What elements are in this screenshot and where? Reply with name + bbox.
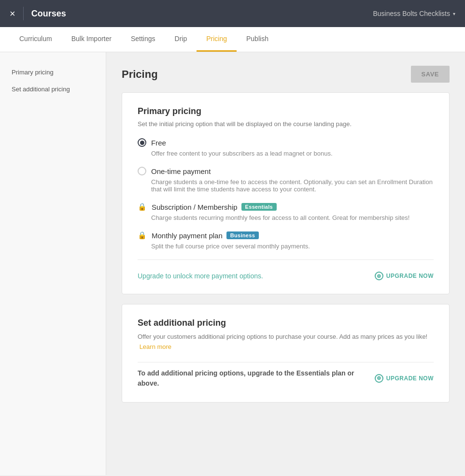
pricing-option-subscription-label: Subscription / Membership Essentials: [152, 203, 277, 211]
pricing-option-subscription-desc: Charge students recurring monthly fees f…: [151, 214, 434, 221]
additional-desc-text: Offer your customers additional pricing …: [138, 333, 427, 340]
workspace-selector[interactable]: Business Bolts Checklists ▾: [373, 10, 455, 17]
additional-upgrade-row: To add additional pricing options, upgra…: [138, 362, 434, 389]
sidebar: Primary pricing Set additional pricing: [0, 52, 106, 475]
monthly-label-text: Monthly payment plan: [152, 231, 223, 240]
workspace-name: Business Bolts Checklists: [373, 10, 450, 17]
pricing-option-free-label: Free: [151, 139, 166, 147]
app-title: Courses: [31, 9, 366, 19]
additional-pricing-desc: Offer your customers additional pricing …: [138, 332, 434, 352]
additional-pricing-title: Set additional pricing: [138, 318, 434, 328]
radio-one-time[interactable]: [138, 167, 146, 175]
page-layout: Primary pricing Set additional pricing P…: [0, 52, 465, 475]
additional-pricing-card: Set additional pricing Offer your custom…: [122, 304, 450, 403]
upgrade-now-link[interactable]: ⊕ UPGRADE NOW: [375, 272, 434, 280]
pricing-option-monthly: 🔒 Monthly payment plan Business Split th…: [138, 231, 434, 250]
header-divider: [23, 7, 24, 20]
additional-upgrade-now-label: UPGRADE NOW: [386, 375, 434, 382]
pricing-option-free[interactable]: Free Offer free content to your subscrib…: [138, 138, 434, 157]
pricing-option-monthly-header: 🔒 Monthly payment plan Business: [138, 231, 434, 240]
tab-bulk-importer[interactable]: Bulk Importer: [62, 27, 121, 52]
tab-settings[interactable]: Settings: [121, 27, 165, 52]
pricing-option-free-header: Free: [138, 138, 434, 147]
close-icon[interactable]: ×: [10, 9, 15, 18]
main-content: Pricing SAVE Primary pricing Set the ini…: [106, 52, 465, 475]
pricing-option-one-time-desc: Charge students a one-time fee to access…: [151, 178, 434, 193]
pricing-option-monthly-desc: Split the full course price over several…: [151, 243, 434, 250]
learn-more-link[interactable]: Learn more: [140, 343, 171, 350]
upgrade-text: Upgrade to unlock more payment options.: [138, 272, 263, 280]
pricing-option-free-desc: Offer free content to your subscribers a…: [151, 150, 434, 157]
sidebar-item-set-additional-pricing[interactable]: Set additional pricing: [0, 81, 106, 98]
pricing-option-one-time-header: One-time payment: [138, 167, 434, 175]
pricing-option-subscription: 🔒 Subscription / Membership Essentials C…: [138, 202, 434, 221]
card-divider: [138, 260, 434, 260]
upgrade-now-label: UPGRADE NOW: [386, 273, 434, 279]
additional-upgrade-text: To add additional pricing options, upgra…: [138, 368, 369, 389]
page-title: Pricing: [122, 68, 158, 81]
badge-essentials: Essentials: [241, 203, 277, 211]
upgrade-row: Upgrade to unlock more payment options. …: [138, 268, 434, 280]
subscription-label-text: Subscription / Membership: [152, 203, 238, 211]
sidebar-item-primary-pricing[interactable]: Primary pricing: [0, 64, 106, 81]
tab-curriculum[interactable]: Curriculum: [10, 27, 62, 52]
additional-upgrade-now-link[interactable]: ⊕ UPGRADE NOW: [375, 374, 434, 383]
radio-free[interactable]: [138, 138, 146, 147]
tab-pricing[interactable]: Pricing: [197, 27, 237, 52]
save-button[interactable]: SAVE: [411, 66, 450, 83]
chevron-down-icon: ▾: [453, 11, 455, 16]
primary-pricing-card: Primary pricing Set the initial pricing …: [122, 92, 450, 294]
upgrade-circle-icon: ⊕: [375, 272, 383, 280]
primary-pricing-title: Primary pricing: [138, 106, 434, 116]
app-header: × Courses Business Bolts Checklists ▾: [0, 0, 465, 27]
pricing-option-one-time-label: One-time payment: [151, 167, 211, 175]
lock-icon-monthly: 🔒: [138, 231, 147, 240]
nav-tabs: Curriculum Bulk Importer Settings Drip P…: [0, 27, 465, 52]
tab-drip[interactable]: Drip: [165, 27, 197, 52]
primary-pricing-subtitle: Set the initial pricing option that will…: [138, 120, 434, 128]
lock-icon-subscription: 🔒: [138, 202, 147, 211]
additional-upgrade-circle-icon: ⊕: [375, 374, 383, 383]
pricing-option-monthly-label: Monthly payment plan Business: [152, 231, 259, 240]
pricing-option-one-time[interactable]: One-time payment Charge students a one-t…: [138, 167, 434, 193]
tab-publish[interactable]: Publish: [237, 27, 278, 52]
page-header-row: Pricing SAVE: [122, 66, 450, 83]
pricing-option-subscription-header: 🔒 Subscription / Membership Essentials: [138, 202, 434, 211]
badge-business: Business: [226, 231, 259, 239]
